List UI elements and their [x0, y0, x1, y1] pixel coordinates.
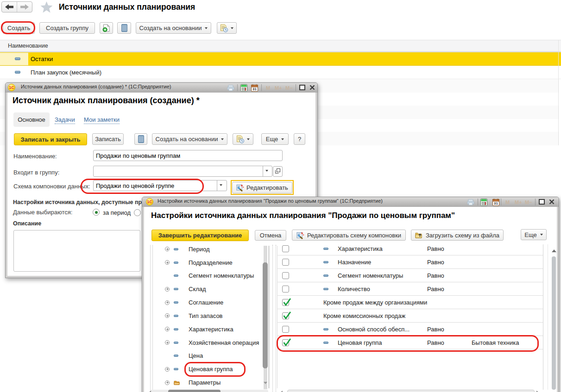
svg-text:31: 31: [252, 87, 257, 91]
svg-text:31: 31: [494, 201, 498, 205]
